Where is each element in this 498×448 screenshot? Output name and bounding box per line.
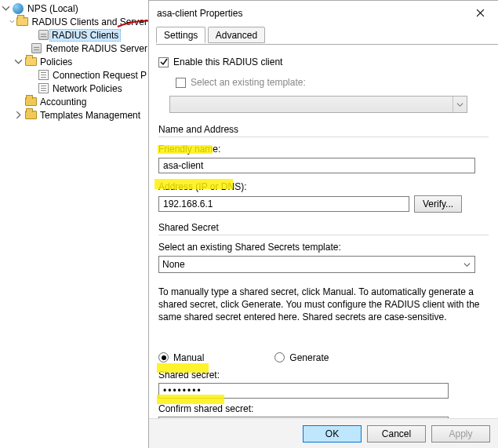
expander-icon[interactable] bbox=[14, 57, 23, 66]
tab-label: Settings bbox=[164, 30, 198, 41]
tree-root[interactable]: NPS (Local) bbox=[0, 2, 147, 15]
nps-icon bbox=[12, 2, 24, 15]
chevron-down-icon bbox=[460, 257, 473, 271]
expander-icon[interactable] bbox=[2, 4, 10, 13]
folder-closed-icon bbox=[24, 109, 37, 122]
ok-button[interactable]: OK bbox=[303, 425, 362, 443]
chevron-down-icon bbox=[453, 97, 467, 112]
close-button[interactable] bbox=[463, 2, 498, 24]
expander-icon[interactable] bbox=[9, 17, 15, 26]
checkbox-label: Enable this RADIUS client bbox=[173, 56, 282, 67]
tree-policies[interactable]: Policies bbox=[0, 55, 147, 68]
server-icon bbox=[37, 29, 49, 42]
button-label: Verify... bbox=[423, 199, 453, 209]
tree-label: Remote RADIUS Server bbox=[43, 43, 147, 54]
radio-label: Generate bbox=[289, 352, 329, 363]
tree-connection-request[interactable]: Connection Request P bbox=[0, 68, 147, 82]
tree-radius-clients-servers[interactable]: RADIUS Clients and Server bbox=[0, 15, 147, 28]
tree-remote-radius-server[interactable]: Remote RADIUS Server bbox=[0, 42, 147, 55]
radio-generate[interactable]: Generate bbox=[274, 352, 329, 363]
radio-manual[interactable]: Manual bbox=[158, 352, 204, 363]
confirm-secret-label: Confirm shared secret: bbox=[158, 403, 489, 414]
shared-secret-label: Shared secret: bbox=[158, 370, 489, 381]
folder-open-icon bbox=[24, 56, 37, 68]
tree-network-policies[interactable]: Network Policies bbox=[0, 82, 147, 95]
tree-label: Policies bbox=[37, 56, 72, 67]
help-text: To manually type a shared secret, click … bbox=[158, 286, 489, 324]
shared-template-combobox[interactable]: None bbox=[158, 256, 475, 273]
button-label: Apply bbox=[449, 428, 472, 439]
folder-open-icon bbox=[16, 16, 29, 28]
tab-settings[interactable]: Settings bbox=[156, 27, 205, 43]
folder-closed-icon bbox=[24, 96, 37, 108]
close-icon bbox=[476, 9, 485, 17]
policy-icon bbox=[37, 69, 49, 82]
tab-label: Advanced bbox=[216, 30, 257, 41]
friendly-name-label: Friendly name: bbox=[158, 144, 489, 155]
radio-label: Manual bbox=[173, 352, 204, 363]
select-template-checkbox: Select an existing template: bbox=[158, 75, 489, 89]
titlebar: asa-client Properties bbox=[149, 1, 498, 25]
tree-accounting[interactable]: Accounting bbox=[0, 95, 147, 108]
expander-icon[interactable] bbox=[14, 111, 23, 119]
apply-button: Apply bbox=[431, 425, 490, 443]
verify-button[interactable]: Verify... bbox=[414, 195, 462, 213]
template-combobox bbox=[169, 96, 467, 113]
radio-icon bbox=[158, 352, 169, 362]
section-name-address: Name and Address bbox=[158, 124, 489, 135]
checkbox-label: Select an existing template: bbox=[191, 77, 306, 88]
tree-radius-clients[interactable]: RADIUS Clients bbox=[0, 28, 147, 42]
server-icon bbox=[31, 42, 43, 55]
address-input[interactable] bbox=[158, 196, 409, 212]
combobox-value: None bbox=[162, 259, 185, 270]
checkbox-icon bbox=[176, 78, 186, 88]
tree-label: NPS (Local) bbox=[24, 3, 78, 14]
nps-tree: NPS (Local) RADIUS Clients and Server RA… bbox=[0, 0, 148, 448]
tree-label: RADIUS Clients bbox=[49, 29, 121, 42]
radio-icon bbox=[274, 352, 285, 362]
button-label: OK bbox=[325, 428, 339, 439]
shared-template-label: Select an existing Shared Secrets templa… bbox=[158, 242, 489, 253]
policy-icon bbox=[37, 82, 49, 95]
tree-label: RADIUS Clients and Server bbox=[29, 16, 147, 27]
tree-label: Accounting bbox=[37, 97, 86, 107]
dialog-footer: OK Cancel Apply bbox=[149, 418, 498, 448]
friendly-name-input[interactable] bbox=[158, 158, 475, 173]
tree-label: Connection Request P bbox=[49, 70, 147, 81]
dialog-title: asa-client Properties bbox=[157, 8, 463, 19]
enable-client-checkbox[interactable]: Enable this RADIUS client bbox=[158, 55, 489, 69]
properties-dialog: asa-client Properties Settings Advanced … bbox=[148, 0, 498, 448]
checkbox-icon bbox=[158, 57, 169, 67]
tree-templates-mgmt[interactable]: Templates Management bbox=[0, 108, 147, 122]
tree-label: Network Policies bbox=[49, 83, 122, 94]
tab-advanced[interactable]: Advanced bbox=[208, 27, 265, 43]
tree-label: Templates Management bbox=[37, 110, 140, 121]
shared-secret-input[interactable] bbox=[158, 383, 449, 399]
button-label: Cancel bbox=[382, 428, 411, 439]
address-label: Address (IP or DNS): bbox=[158, 181, 489, 192]
section-shared-secret: Shared Secret bbox=[158, 222, 489, 233]
cancel-button[interactable]: Cancel bbox=[367, 425, 426, 443]
